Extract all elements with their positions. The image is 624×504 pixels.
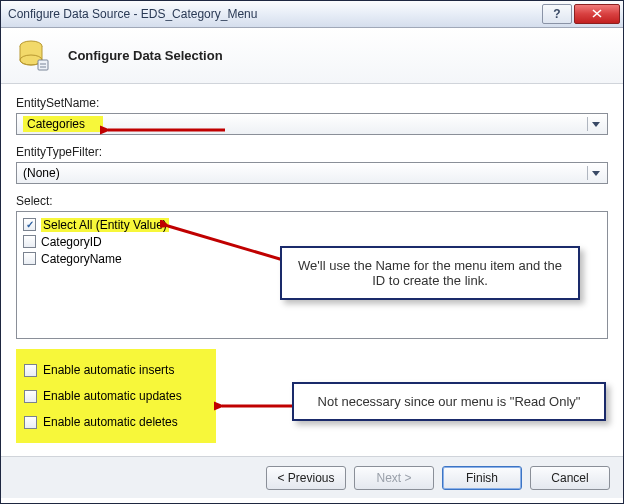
checkbox-icon[interactable] (23, 235, 36, 248)
entitysetname-value: Categories (23, 116, 103, 132)
enable-updates-row[interactable]: Enable automatic updates (24, 383, 208, 409)
annotation-callout: We'll use the Name for the menu item and… (280, 246, 580, 300)
close-button[interactable] (574, 4, 620, 24)
entitytypefilter-dropdown[interactable]: (None) (16, 162, 608, 184)
help-button[interactable]: ? (542, 4, 572, 24)
select-label: Select: (16, 194, 608, 208)
database-icon (16, 38, 52, 74)
page-title: Configure Data Selection (68, 48, 223, 63)
checkbox-icon[interactable] (24, 390, 37, 403)
enable-deletes-row[interactable]: Enable automatic deletes (24, 409, 208, 435)
entitytypefilter-label: EntityTypeFilter: (16, 145, 608, 159)
previous-button[interactable]: < Previous (266, 466, 346, 490)
window-title: Configure Data Source - EDS_Category_Men… (8, 7, 540, 21)
chevron-down-icon (587, 117, 603, 131)
wizard-header: Configure Data Selection (0, 28, 624, 84)
checkbox-icon[interactable] (24, 416, 37, 429)
enable-updates-label: Enable automatic updates (43, 389, 182, 403)
select-item[interactable]: Select All (Entity Value) (23, 216, 601, 233)
checkbox-icon[interactable] (23, 252, 36, 265)
select-item-label: CategoryID (41, 235, 102, 249)
annotation-callout: Not necessary since our menu is "Read On… (292, 382, 606, 421)
finish-button[interactable]: Finish (442, 466, 522, 490)
checkbox-icon[interactable] (23, 218, 36, 231)
entitysetname-label: EntitySetName: (16, 96, 608, 110)
entitytypefilter-value: (None) (23, 166, 60, 180)
auto-options: Enable automatic inserts Enable automati… (16, 349, 216, 443)
next-button: Next > (354, 466, 434, 490)
enable-inserts-row[interactable]: Enable automatic inserts (24, 357, 208, 383)
select-item-label: Select All (Entity Value) (41, 218, 169, 232)
select-item-label: CategoryName (41, 252, 122, 266)
window-buttons: ? (540, 4, 620, 24)
enable-deletes-label: Enable automatic deletes (43, 415, 178, 429)
checkbox-icon[interactable] (24, 364, 37, 377)
entitysetname-dropdown[interactable]: Categories (16, 113, 608, 135)
cancel-button[interactable]: Cancel (530, 466, 610, 490)
chevron-down-icon (587, 166, 603, 180)
titlebar: Configure Data Source - EDS_Category_Men… (0, 0, 624, 28)
enable-inserts-label: Enable automatic inserts (43, 363, 174, 377)
wizard-buttons: < Previous Next > Finish Cancel (0, 456, 624, 498)
svg-rect-2 (38, 60, 48, 70)
